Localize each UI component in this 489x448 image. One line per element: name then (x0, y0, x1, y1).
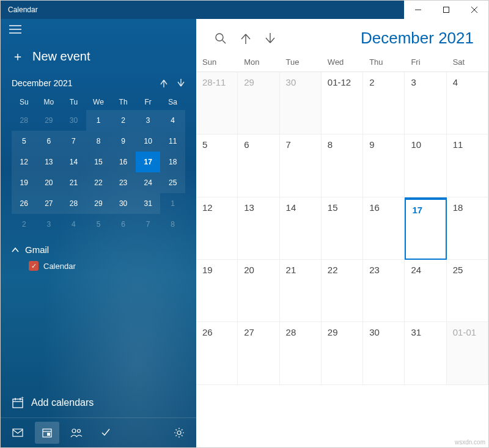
day-cell[interactable]: 21 (280, 260, 322, 322)
mini-day-cell[interactable]: 31 (136, 193, 161, 214)
mini-day-cell[interactable]: 1 (160, 193, 185, 214)
day-cell[interactable]: 29 (322, 322, 363, 384)
nav-mail-button[interactable] (6, 422, 30, 444)
day-cell[interactable]: 30 (363, 322, 405, 384)
new-event-button[interactable]: ＋ New event (1, 40, 196, 78)
mini-day-cell[interactable]: 5 (86, 214, 111, 235)
day-cell[interactable]: 18 (447, 197, 488, 260)
day-cell[interactable]: 29 (238, 72, 279, 134)
day-cell[interactable]: 11 (447, 134, 488, 197)
day-cell[interactable]: 26 (196, 322, 238, 384)
mini-day-cell[interactable]: 3 (37, 214, 62, 235)
mini-day-cell[interactable]: 17 (136, 152, 161, 172)
mini-day-cell[interactable]: 21 (61, 172, 86, 193)
mini-day-cell[interactable]: 4 (61, 214, 86, 235)
mini-day-cell[interactable]: 26 (12, 193, 37, 214)
mini-day-cell[interactable]: 16 (111, 152, 136, 172)
mini-day-cell[interactable]: 8 (86, 131, 111, 152)
search-button[interactable] (215, 32, 227, 45)
mini-day-cell[interactable]: 13 (37, 152, 62, 172)
mini-day-cell[interactable]: 7 (61, 131, 86, 152)
day-cell[interactable]: 01-12 (322, 72, 363, 134)
calendar-checkbox-icon[interactable]: ✓ (29, 261, 39, 271)
day-cell[interactable]: 28-11 (196, 72, 238, 134)
add-calendars-button[interactable]: + Add calendars (1, 388, 196, 417)
mini-day-cell[interactable]: 7 (136, 214, 161, 235)
mini-day-cell[interactable]: 24 (136, 172, 161, 193)
mini-day-cell[interactable]: 1 (86, 110, 111, 131)
mini-day-cell[interactable]: 19 (12, 172, 37, 193)
mini-day-cell[interactable]: 22 (86, 172, 111, 193)
mini-next-button[interactable] (177, 79, 185, 87)
minimize-button[interactable] (404, 1, 432, 19)
maximize-button[interactable] (432, 1, 460, 19)
nav-todo-button[interactable] (94, 422, 118, 444)
day-cell[interactable]: 17 (405, 197, 446, 260)
day-cell[interactable]: 30 (280, 72, 322, 134)
mini-day-cell[interactable]: 30 (111, 193, 136, 214)
day-cell[interactable]: 24 (405, 260, 446, 322)
mini-day-cell[interactable]: 29 (86, 193, 111, 214)
mini-day-cell[interactable]: 27 (37, 193, 62, 214)
mini-day-cell[interactable]: 8 (160, 214, 185, 235)
mini-day-cell[interactable]: 18 (160, 152, 185, 172)
day-cell[interactable]: 01-01 (447, 322, 488, 384)
day-cell[interactable]: 20 (238, 260, 279, 322)
day-cell[interactable]: 25 (447, 260, 488, 322)
day-cell[interactable]: 19 (196, 260, 238, 322)
mini-day-cell[interactable]: 29 (37, 110, 62, 131)
day-cell[interactable]: 8 (322, 134, 363, 197)
day-cell[interactable]: 13 (238, 197, 279, 260)
next-month-button[interactable] (265, 32, 276, 45)
mini-day-cell[interactable]: 28 (61, 193, 86, 214)
mini-day-cell[interactable]: 4 (160, 110, 185, 131)
mini-day-cell[interactable]: 20 (37, 172, 62, 193)
nav-settings-button[interactable] (167, 422, 191, 444)
day-cell[interactable]: 12 (196, 197, 238, 260)
day-cell[interactable]: 6 (238, 134, 279, 197)
app-window: Calendar ＋ New event December 2021 (0, 0, 489, 448)
mini-day-cell[interactable]: 6 (111, 214, 136, 235)
mini-day-cell[interactable]: 5 (12, 131, 37, 152)
hamburger-button[interactable] (1, 19, 196, 40)
mini-day-cell[interactable]: 10 (136, 131, 161, 152)
mini-calendar-month[interactable]: December 2021 (12, 78, 160, 88)
search-icon (215, 32, 227, 45)
prev-month-button[interactable] (240, 32, 251, 45)
day-cell[interactable]: 31 (405, 322, 446, 384)
close-button[interactable] (460, 1, 488, 19)
mini-day-cell[interactable]: 6 (37, 131, 62, 152)
day-cell[interactable]: 10 (405, 134, 446, 197)
nav-people-button[interactable] (64, 422, 89, 444)
day-cell[interactable]: 2 (363, 72, 405, 134)
calendar-subitem[interactable]: ✓ Calendar (12, 255, 185, 271)
mini-day-cell[interactable]: 2 (12, 214, 37, 235)
day-cell[interactable]: 5 (196, 134, 238, 197)
mini-day-cell[interactable]: 25 (160, 172, 185, 193)
day-cell[interactable]: 27 (238, 322, 279, 384)
mini-day-cell[interactable]: 11 (160, 131, 185, 152)
nav-calendar-button[interactable] (35, 422, 59, 444)
mini-day-cell[interactable]: 30 (61, 110, 86, 131)
day-cell[interactable]: 7 (280, 134, 322, 197)
month-label[interactable]: December 2021 (361, 29, 474, 48)
mini-day-cell[interactable]: 9 (111, 131, 136, 152)
mini-day-cell[interactable]: 28 (12, 110, 37, 131)
day-cell[interactable]: 16 (363, 197, 405, 260)
day-cell[interactable]: 22 (322, 260, 363, 322)
mini-day-cell[interactable]: 23 (111, 172, 136, 193)
mini-day-cell[interactable]: 14 (61, 152, 86, 172)
mini-day-cell[interactable]: 3 (136, 110, 161, 131)
account-gmail[interactable]: Gmail (12, 244, 185, 255)
day-cell[interactable]: 3 (405, 72, 446, 134)
mini-day-cell[interactable]: 12 (12, 152, 37, 172)
day-cell[interactable]: 9 (363, 134, 405, 197)
day-cell[interactable]: 15 (322, 197, 363, 260)
mini-day-cell[interactable]: 15 (86, 152, 111, 172)
day-cell[interactable]: 23 (363, 260, 405, 322)
mini-prev-button[interactable] (160, 79, 168, 87)
day-cell[interactable]: 14 (280, 197, 322, 260)
day-cell[interactable]: 4 (447, 72, 488, 134)
mini-day-cell[interactable]: 2 (111, 110, 136, 131)
day-cell[interactable]: 28 (280, 322, 322, 384)
